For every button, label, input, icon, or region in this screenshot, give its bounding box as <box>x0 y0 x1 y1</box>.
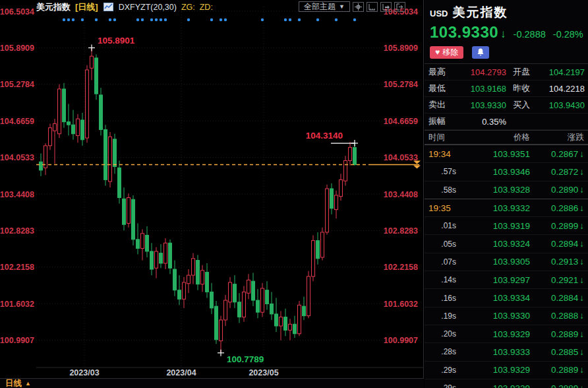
tick-price: 103.9324 <box>456 239 530 249</box>
all-themes-label: 全部主题 <box>304 1 336 13</box>
svg-text:103.4408: 103.4408 <box>384 190 418 199</box>
price-change-percent: -0.28% <box>553 29 583 40</box>
tick-price: 103.9332 <box>456 203 530 213</box>
tick-time: .05s <box>425 240 456 249</box>
down-arrow-icon: ↓ <box>579 329 584 339</box>
quote-header: USD 美元指数 103.9330 ↓ -0.2888 -0.28% ♥ 移除 <box>425 0 588 59</box>
svg-text:105.8909: 105.8909 <box>384 44 418 53</box>
tick-price: 103.9328 <box>456 185 530 195</box>
down-arrow-icon: ↓ <box>579 185 584 195</box>
tick-change: 0.2884↓ <box>530 293 588 303</box>
tick-price: 103.9297 <box>456 275 530 285</box>
axis-scale-right-icon <box>382 3 390 11</box>
svg-text:102.8283: 102.8283 <box>384 226 418 236</box>
trading-app: 106.5034106.5034105.8909105.8909105.2784… <box>0 0 588 388</box>
zg-label: ZG: <box>181 3 195 12</box>
tick-row: .01s103.93190.2899↓ <box>425 216 588 234</box>
x-label-april: 2023/04 <box>158 368 204 377</box>
tick-time: .28s <box>425 347 456 356</box>
svg-text:101.6032: 101.6032 <box>384 300 418 309</box>
down-arrow-icon: ↓ <box>579 365 584 375</box>
last-price: 103.9330 <box>430 23 498 42</box>
chart-bottom-bar: 日线 ▲ <box>0 378 424 388</box>
period-tab-daily[interactable]: 日线 ▲ <box>0 378 31 388</box>
candlestick-chart[interactable]: 106.5034106.5034105.8909105.8909105.2784… <box>0 0 424 388</box>
tick-price: 103.9330 <box>456 311 530 321</box>
tick-row: .57s103.93460.2872↓ <box>425 162 588 180</box>
tick-time: .58s <box>425 185 456 195</box>
tick-table: 时间 价格 涨跌 19:34103.93510.2867↓.57s103.934… <box>425 130 588 388</box>
down-arrow-icon: ↓ <box>579 293 584 303</box>
tick-time: .19s <box>425 311 456 321</box>
stat-label: 卖出 <box>428 99 451 111</box>
tick-change: 0.2867↓ <box>530 149 588 159</box>
line-chart-icon <box>103 3 113 11</box>
tick-row: .05s103.93240.2894↓ <box>425 234 588 252</box>
tick-row: .28s103.93330.2885↓ <box>425 342 588 360</box>
tick-change: 0.2899↓ <box>530 221 588 231</box>
tick-row: .14s103.92970.2921↓ <box>425 271 588 288</box>
svg-text:100.9907: 100.9907 <box>384 336 418 345</box>
crosshair-icon <box>355 3 362 11</box>
svg-text:101.6032: 101.6032 <box>0 300 34 309</box>
tick-time: 19:34 <box>425 149 456 159</box>
axis-scale-button[interactable] <box>367 2 378 12</box>
x-axis-labels: 2023/03 2023/04 2023/05 <box>0 368 424 378</box>
tick-change: 0.2888↓ <box>530 311 588 321</box>
stat-label: 买入 <box>513 99 535 111</box>
tick-row: 19:34103.93510.2867↓ <box>425 145 588 162</box>
tick-change: 0.2886↓ <box>530 203 588 213</box>
stat-row: 最高104.2793开盘104.2197 <box>425 64 588 81</box>
detach-window-button[interactable] <box>394 2 405 12</box>
all-themes-dropdown[interactable]: 全部主题 ▼ <box>299 1 350 12</box>
x-label-may: 2023/05 <box>241 368 287 377</box>
remove-label: 移除 <box>442 47 458 58</box>
tick-price: 103.9346 <box>456 167 530 177</box>
heart-icon: ♥ <box>435 48 440 57</box>
tick-row: .58s103.93280.2890↓ <box>425 181 588 199</box>
stat-label: 最低 <box>428 82 451 94</box>
price-down-arrow-icon: ↓ <box>500 28 506 41</box>
tick-row: .29s103.93290.2889↓ <box>425 361 588 379</box>
axis-scale-icon <box>368 3 376 11</box>
tick-time: .29s <box>425 383 456 388</box>
triangle-up-icon: ▲ <box>25 380 31 387</box>
tick-time: 19:35 <box>425 203 456 213</box>
tick-price: 103.9351 <box>456 149 530 159</box>
down-arrow-icon: ↓ <box>579 221 584 231</box>
tick-price: 103.9329 <box>456 329 530 339</box>
down-arrow-icon: ↓ <box>579 257 584 267</box>
axis-scale-right-button[interactable] <box>380 2 392 12</box>
tick-change: 0.2921↓ <box>530 275 588 285</box>
stat-value: 104.2218 <box>535 84 588 94</box>
stat-value: 104.2197 <box>535 67 588 77</box>
tick-price: 103.9333 <box>456 347 530 357</box>
chevron-down-icon: ▼ <box>339 3 345 10</box>
down-arrow-icon: ↓ <box>579 311 584 321</box>
svg-text:104.0533: 104.0533 <box>384 153 418 162</box>
detach-window-icon <box>396 3 403 11</box>
tick-change: 0.2894↓ <box>530 239 588 249</box>
remove-watchlist-button[interactable]: ♥ 移除 <box>430 46 463 59</box>
tick-time: .16s <box>425 294 456 303</box>
svg-text:100.7789: 100.7789 <box>227 354 264 364</box>
stat-label: 振幅 <box>428 115 451 127</box>
stat-label: 昨收 <box>513 82 535 94</box>
col-price: 价格 <box>456 132 530 143</box>
crosshair-tool-button[interactable] <box>353 2 364 12</box>
quote-stats: 最高104.2793开盘104.2197最低103.9168昨收104.2218… <box>425 63 588 130</box>
tick-time: .14s <box>425 275 456 284</box>
down-arrow-icon: ↓ <box>579 275 584 285</box>
tick-row: .19s103.93300.2888↓ <box>425 307 588 325</box>
tick-change: 0.2890↓ <box>530 185 588 195</box>
price-change: -0.2888 <box>514 29 546 40</box>
tick-change: 0.2913↓ <box>530 257 588 267</box>
tick-row: .29s103.93290.2889↓ <box>425 379 588 388</box>
svg-text:105.2784: 105.2784 <box>0 80 34 89</box>
tick-time: .07s <box>425 257 456 267</box>
price-alert-button[interactable] <box>472 46 489 59</box>
tick-time: .57s <box>425 167 456 176</box>
period-tab-label: 日线 <box>5 378 22 388</box>
svg-text:105.8909: 105.8909 <box>0 44 34 53</box>
chart-toolbar-right: 全部主题 ▼ <box>299 1 405 12</box>
